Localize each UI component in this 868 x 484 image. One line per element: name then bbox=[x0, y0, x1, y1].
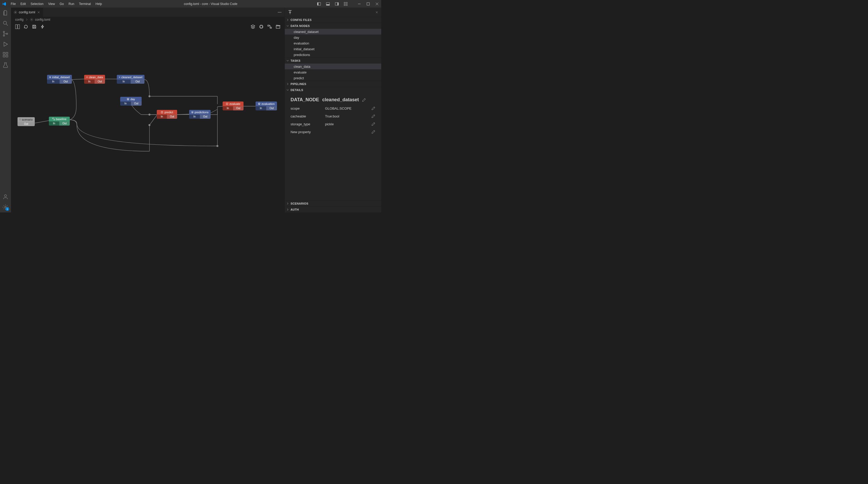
node-predict[interactable]: predict InOut bbox=[157, 110, 177, 119]
menu-help[interactable]: Help bbox=[93, 1, 104, 7]
graph-canvas[interactable]: scenario Out baseline InOut initial_data… bbox=[11, 31, 284, 212]
pencil-icon[interactable] bbox=[371, 114, 375, 118]
breadcrumb-folder[interactable]: config bbox=[15, 18, 24, 22]
node-predictions[interactable]: predictions InOut bbox=[189, 110, 211, 119]
search-icon[interactable] bbox=[2, 20, 9, 26]
panel-right-icon[interactable] bbox=[335, 2, 339, 6]
more-icon[interactable] bbox=[277, 10, 282, 15]
port-out[interactable]: Out bbox=[60, 80, 72, 84]
tab-config-toml[interactable]: config.toml bbox=[11, 7, 43, 17]
stack-icon bbox=[258, 103, 260, 105]
sidebar-item-evaluation[interactable]: evaluation bbox=[285, 40, 381, 46]
svg-point-14 bbox=[3, 21, 6, 24]
port-out[interactable]: Out bbox=[131, 102, 142, 106]
section-pipelines[interactable]: PIPELINES bbox=[285, 81, 381, 87]
section-tasks[interactable]: TASKS bbox=[285, 58, 381, 63]
menu-edit[interactable]: Edit bbox=[18, 1, 28, 7]
accounts-icon[interactable] bbox=[2, 194, 9, 200]
port-out[interactable]: Out bbox=[200, 115, 211, 119]
sidebar-item-initial-dataset[interactable]: initial_dataset bbox=[285, 46, 381, 52]
menu-selection[interactable]: Selection bbox=[28, 1, 46, 7]
sidebar-item-clean-data[interactable]: clean_data bbox=[285, 63, 381, 69]
section-label: AUTH bbox=[290, 208, 299, 211]
settings-icon[interactable]: 1 bbox=[2, 204, 9, 210]
node-baseline[interactable]: baseline InOut bbox=[49, 117, 70, 125]
port-out[interactable]: Out bbox=[233, 106, 244, 110]
bolt-icon[interactable] bbox=[40, 24, 45, 29]
sidebar-item-day[interactable]: day bbox=[285, 34, 381, 40]
port-out[interactable]: Out bbox=[167, 115, 177, 119]
port-out[interactable]: Out bbox=[266, 106, 277, 110]
node-initial-dataset[interactable]: initial_dataset InOut bbox=[47, 75, 72, 84]
menu-view[interactable]: View bbox=[46, 1, 57, 7]
chevron-right-icon bbox=[25, 18, 28, 21]
port-in[interactable]: In bbox=[117, 80, 131, 84]
section-config-files[interactable]: CONFIG FILES bbox=[285, 17, 381, 23]
close-icon[interactable] bbox=[375, 2, 379, 6]
clapper-icon[interactable] bbox=[276, 24, 280, 29]
extensions-icon[interactable] bbox=[2, 52, 9, 58]
layout-icon[interactable] bbox=[15, 24, 20, 29]
port-out[interactable]: Out bbox=[59, 121, 70, 125]
panel-bottom-icon[interactable] bbox=[326, 2, 330, 6]
prop-cacheable: cacheable True:bool bbox=[290, 114, 375, 118]
svg-rect-11 bbox=[367, 3, 369, 5]
flow-icon[interactable] bbox=[267, 24, 272, 29]
menu-go[interactable]: Go bbox=[57, 1, 66, 7]
stack-icon bbox=[191, 111, 194, 114]
minimize-icon[interactable] bbox=[357, 2, 361, 6]
prop-label: cacheable bbox=[290, 114, 322, 118]
section-label: PIPELINES bbox=[290, 82, 306, 86]
node-evaluation[interactable]: evaluation InOut bbox=[255, 102, 277, 110]
port-out[interactable]: Out bbox=[131, 80, 145, 84]
port-in[interactable]: In bbox=[223, 106, 233, 110]
menu-file[interactable]: File bbox=[8, 1, 18, 7]
node-day[interactable]: day InOut bbox=[120, 97, 142, 106]
node-clean-data[interactable]: clean_data InOut bbox=[84, 75, 105, 84]
svg-rect-5 bbox=[338, 2, 339, 5]
section-auth[interactable]: AUTH bbox=[285, 207, 381, 212]
pencil-icon[interactable] bbox=[371, 130, 375, 134]
node-cleaned-dataset[interactable]: cleaned_dataset InOut bbox=[117, 75, 145, 84]
node-evaluate[interactable]: evaluate InOut bbox=[223, 102, 244, 110]
sidebar-item-cleaned-dataset[interactable]: cleaned_dataset bbox=[285, 29, 381, 34]
stack-icon[interactable] bbox=[251, 24, 255, 29]
sidebar-item-evaluate[interactable]: evaluate bbox=[285, 69, 381, 75]
close-icon[interactable] bbox=[37, 10, 40, 14]
section-scenarios[interactable]: SCENARIOS bbox=[285, 201, 381, 206]
port-in[interactable]: In bbox=[84, 80, 95, 84]
node-scenario[interactable]: scenario Out bbox=[18, 117, 35, 126]
source-control-icon[interactable] bbox=[2, 31, 9, 37]
port-in[interactable]: In bbox=[49, 121, 59, 125]
port-out[interactable]: Out bbox=[95, 80, 105, 84]
titlebar: File Edit Selection View Go Run Terminal… bbox=[0, 0, 381, 7]
breadcrumb-file[interactable]: config.toml bbox=[35, 18, 50, 22]
explorer-icon[interactable] bbox=[2, 10, 9, 16]
port-in[interactable]: In bbox=[255, 106, 266, 110]
port-out[interactable]: Out bbox=[18, 122, 35, 126]
port-in[interactable]: In bbox=[47, 80, 60, 84]
menu-run[interactable]: Run bbox=[66, 1, 76, 7]
port-in[interactable]: In bbox=[157, 115, 167, 119]
customize-layout-icon[interactable] bbox=[344, 2, 348, 6]
section-data-nodes[interactable]: DATA NODES bbox=[285, 23, 381, 29]
section-details[interactable]: DETAILS bbox=[285, 87, 381, 93]
run-debug-icon[interactable] bbox=[2, 41, 9, 47]
chip-icon[interactable] bbox=[259, 24, 264, 29]
sidebar-item-predictions[interactable]: predictions bbox=[285, 52, 381, 58]
breadcrumb[interactable]: config config.toml bbox=[11, 17, 284, 23]
port-in[interactable]: In bbox=[189, 115, 200, 119]
pencil-icon[interactable] bbox=[371, 106, 375, 110]
pencil-icon[interactable] bbox=[371, 122, 375, 126]
port-in[interactable]: In bbox=[120, 102, 131, 106]
refresh-icon[interactable] bbox=[24, 24, 28, 29]
maximize-icon[interactable] bbox=[366, 2, 370, 6]
testing-icon[interactable] bbox=[2, 62, 9, 68]
pencil-icon[interactable] bbox=[362, 98, 366, 102]
panel-left-icon[interactable] bbox=[317, 2, 321, 6]
details-name: cleaned_dataset bbox=[322, 97, 359, 103]
save-icon[interactable] bbox=[32, 24, 37, 29]
sidebar-item-predict[interactable]: predict bbox=[285, 75, 381, 81]
close-icon[interactable] bbox=[375, 10, 379, 14]
menu-terminal[interactable]: Terminal bbox=[76, 1, 93, 7]
